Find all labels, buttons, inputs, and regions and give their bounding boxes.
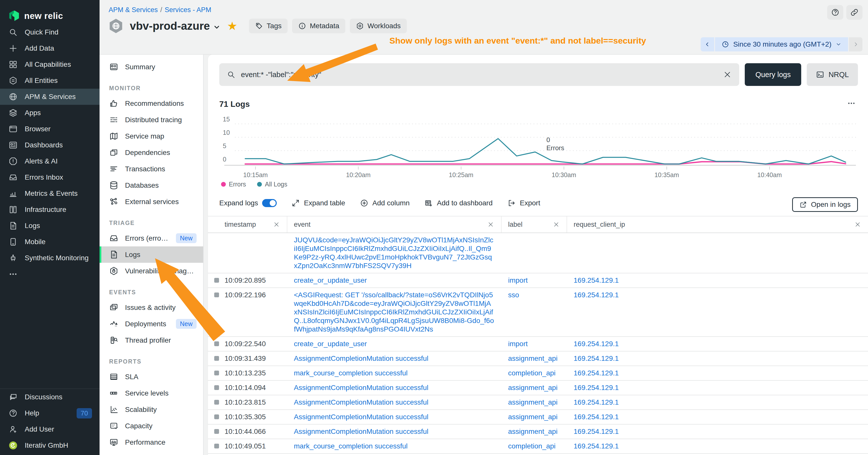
log-ip-link[interactable]: 169.254.129.1 — [574, 369, 619, 377]
log-table-row[interactable]: 10:09:20.895create_or_update_userimport1… — [208, 273, 868, 288]
sidebar-item-errors-inbox[interactable]: Errors Inbox — [0, 169, 99, 186]
sidebar-item-all-entities[interactable]: All Entities — [0, 72, 99, 89]
column-header-label[interactable]: label — [501, 217, 567, 232]
log-ip-link[interactable]: 169.254.129.1 — [574, 384, 619, 391]
entity-nav-item-dependencies[interactable]: Dependencies — [99, 144, 203, 161]
sidebar-item-alerts-ai[interactable]: Alerts & AI — [0, 153, 99, 169]
remove-column-icon[interactable] — [855, 221, 861, 228]
entity-nav-item-recommendations[interactable]: Recommendations — [99, 95, 203, 111]
log-table-row[interactable]: 10:09:22.540create_or_update_userimport1… — [208, 337, 868, 352]
sidebar-item-more[interactable] — [0, 266, 99, 282]
entity-nav-item-summary[interactable]: Summary — [99, 59, 203, 75]
entity-name[interactable]: vbv-prod-azure — [130, 20, 210, 32]
entity-nav-item-sla[interactable]: SLA — [99, 368, 203, 385]
log-ip-link[interactable]: 169.254.129.1 — [574, 340, 619, 348]
log-event-link[interactable]: create_or_update_user — [294, 277, 367, 284]
sidebar-item-infrastructure[interactable]: Infrastructure — [0, 201, 99, 218]
time-range-button[interactable]: Since 30 minutes ago (GMT+2) — [715, 37, 848, 52]
log-ip-link[interactable]: 169.254.129.1 — [574, 291, 619, 299]
log-ip-link[interactable]: 169.254.129.1 — [574, 277, 619, 284]
sidebar-item-help[interactable]: Help70 — [0, 405, 99, 421]
sidebar-item-mobile[interactable]: Mobile — [0, 234, 99, 250]
log-ip-link[interactable]: 169.254.129.1 — [574, 442, 619, 450]
log-label-link[interactable]: import — [508, 340, 528, 348]
legend-item-all-logs[interactable]: All Logs — [257, 181, 287, 188]
log-ip-link[interactable]: 169.254.129.1 — [574, 427, 619, 435]
entity-nav-item-deployments[interactable]: DeploymentsNew — [99, 316, 203, 332]
metadata-button[interactable]: Metadata — [292, 19, 345, 33]
sidebar-item-all-capabilities[interactable]: All Capabilities — [0, 57, 99, 72]
log-event-link[interactable]: AssignmentCompletionMutation successful — [294, 384, 429, 391]
log-table-row[interactable]: 10:10:44.066AssignmentCompletionMutation… — [208, 424, 868, 439]
sidebar-item-add-data[interactable]: Add Data — [0, 40, 99, 57]
log-table-row[interactable]: 10:10:13.235mark_course_completion succe… — [208, 366, 868, 381]
log-table-row[interactable]: 10:11:00.311AssignmentCompletionMutation… — [208, 454, 868, 455]
more-options-icon[interactable] — [846, 99, 857, 107]
entity-nav-item-external-services[interactable]: External services — [99, 194, 203, 210]
log-event-link[interactable]: JUQVU&code=eyJraWQiOiJjcGltY29yZV8wOTl1M… — [294, 236, 493, 269]
clear-search-icon[interactable] — [723, 70, 732, 79]
remove-column-icon[interactable] — [553, 221, 559, 228]
tags-button[interactable]: Tags — [249, 19, 287, 33]
workloads-button[interactable]: Workloads — [350, 19, 407, 33]
log-label-link[interactable]: assignment_api — [508, 384, 558, 391]
log-label-link[interactable]: completion_api — [508, 442, 556, 450]
entity-nav-item-service-levels[interactable]: Service levels — [99, 385, 203, 401]
toggle-on[interactable] — [262, 199, 277, 207]
legend-item-errors[interactable]: Errors — [221, 181, 246, 188]
log-event-link[interactable]: mark_course_completion successful — [294, 369, 407, 377]
help-button[interactable] — [827, 5, 843, 20]
entity-nav-item-vulnerability-management[interactable]: Vulnerability Management — [99, 263, 203, 279]
copy-link-button[interactable] — [846, 5, 863, 20]
entity-nav-item-logs[interactable]: Logs — [99, 247, 203, 263]
add-column-button[interactable]: Add column — [360, 199, 410, 207]
add-to-dashboard-button[interactable]: Add to dashboard — [424, 199, 493, 207]
sidebar-item-iterativ-gmbh[interactable]: Iterativ GmbH — [0, 437, 99, 454]
nrql-button[interactable]: NRQL — [807, 63, 858, 86]
log-table-row[interactable]: JUQVU&code=eyJraWQiOiJjcGltY29yZV8wOTl1M… — [208, 233, 868, 273]
log-ip-link[interactable]: 169.254.129.1 — [574, 413, 619, 421]
log-label-link[interactable]: completion_api — [508, 369, 556, 377]
breadcrumb-apm-services[interactable]: APM & Services — [108, 6, 158, 13]
log-label-link[interactable]: assignment_api — [508, 427, 558, 435]
sidebar-item-dashboards[interactable]: Dashboards — [0, 137, 99, 153]
log-event-link[interactable]: AssignmentCompletionMutation successful — [294, 398, 429, 406]
entity-nav-item-distributed-tracing[interactable]: Distributed tracing — [99, 111, 203, 128]
sidebar-item-apps[interactable]: Apps — [0, 105, 99, 121]
log-search-input[interactable]: event:* -"label":"security" — [219, 63, 739, 86]
log-ip-link[interactable]: 169.254.129.1 — [574, 355, 619, 362]
sidebar-item-metrics-events[interactable]: Metrics & Events — [0, 186, 99, 201]
log-event-link[interactable]: create_or_update_user — [294, 340, 367, 348]
logs-timeseries-chart[interactable]: 05101510:15am10:20am10:25am10:30am10:35a… — [219, 115, 858, 178]
log-label-link[interactable]: assignment_api — [508, 355, 558, 362]
column-header-request-client-ip[interactable]: request_client_ip — [567, 217, 868, 232]
breadcrumb-services-apm[interactable]: Services - APM — [165, 6, 212, 13]
entity-nav-item-scalability[interactable]: Scalability — [99, 401, 203, 418]
log-table-row[interactable]: 10:10:14.094AssignmentCompletionMutation… — [208, 381, 868, 395]
favorite-star-icon[interactable]: ★ — [227, 19, 238, 33]
time-forward-button[interactable] — [849, 37, 863, 52]
sidebar-item-apm-services[interactable]: APM & Services — [0, 89, 99, 105]
log-table-row[interactable]: 10:10:23.815AssignmentCompletionMutation… — [208, 395, 868, 410]
sidebar-item-synthetic-monitoring[interactable]: Synthetic Monitoring — [0, 250, 99, 266]
entity-nav-item-errors-errors-inb[interactable]: Errors (errors inb...New — [99, 230, 203, 247]
open-in-logs-button[interactable]: Open in logs — [792, 197, 858, 212]
log-event-link[interactable]: AssignmentCompletionMutation successful — [294, 413, 429, 421]
log-ip-link[interactable]: 169.254.129.1 — [574, 398, 619, 406]
sidebar-item-add-user[interactable]: Add User — [0, 421, 99, 437]
entity-nav-item-transactions[interactable]: Transactions — [99, 161, 203, 177]
log-event-link[interactable]: AssignmentCompletionMutation successful — [294, 427, 429, 435]
log-label-link[interactable]: sso — [508, 291, 519, 299]
log-table-row[interactable]: 10:09:22.196<ASGIRequest: GET '/sso/call… — [208, 288, 868, 337]
expand-logs-toggle[interactable]: Expand logs — [219, 199, 277, 207]
log-event-link[interactable]: mark_course_completion successful — [294, 442, 407, 450]
log-label-link[interactable]: assignment_api — [508, 398, 558, 406]
log-event-link[interactable]: <ASGIRequest: GET '/sso/callback/?state=… — [294, 291, 494, 333]
query-logs-button[interactable]: Query logs — [745, 63, 801, 86]
entity-nav-item-service-map[interactable]: Service map — [99, 128, 203, 144]
log-label-link[interactable]: import — [508, 277, 528, 284]
sidebar-item-quick-find[interactable]: Quick Find — [0, 24, 99, 40]
entity-nav-item-databases[interactable]: Databases — [99, 177, 203, 194]
time-back-button[interactable] — [701, 37, 714, 52]
log-label-link[interactable]: assignment_api — [508, 413, 558, 421]
